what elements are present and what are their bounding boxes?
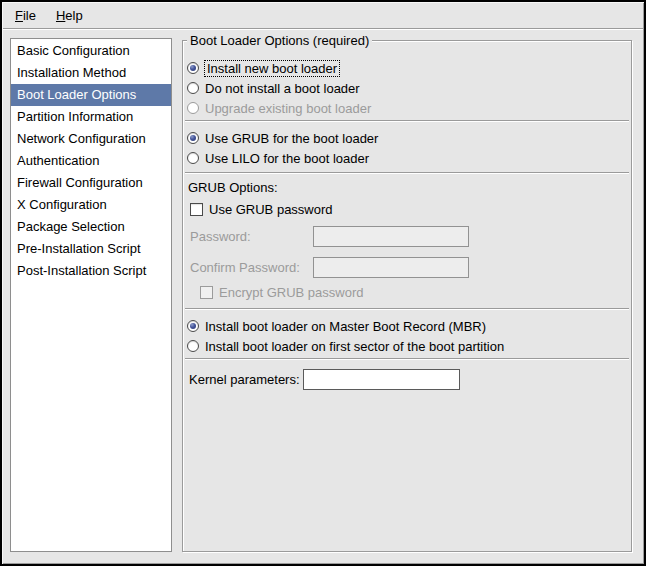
radio-install-on-first-sector[interactable]: Install boot loader on first sector of t… [187,336,625,356]
sidebar-item-authentication[interactable]: Authentication [11,150,171,172]
frame-title: Boot Loader Options (required) [187,33,372,48]
password-input[interactable] [313,226,469,247]
radio-label: Install boot loader on first sector of t… [205,339,504,354]
sidebar-item-firewall-configuration[interactable]: Firewall Configuration [11,172,171,194]
radio-label: Install new boot loader [205,61,339,76]
sidebar-item-installation-method[interactable]: Installation Method [11,62,171,84]
radio-button-icon[interactable] [187,132,199,144]
sidebar-item-post-installation-script[interactable]: Post-Installation Script [11,260,171,282]
radio-label: Upgrade existing boot loader [205,101,371,116]
radio-label: Use LILO for the boot loader [205,151,369,166]
radio-install-new-boot-loader[interactable]: Install new boot loader [187,58,625,78]
grub-options-heading-label: GRUB Options: [188,180,278,195]
boot-loader-options-frame: Boot Loader Options (required) Install n… [182,40,632,552]
checkbox-icon [200,286,213,299]
checkbox-use-grub-password[interactable]: Use GRUB password [190,199,625,219]
grub-options-heading: GRUB Options: [188,177,625,197]
kernel-parameters-input[interactable] [303,369,460,390]
radio-button-icon[interactable] [187,152,199,164]
sidebar-item-partition-information[interactable]: Partition Information [11,106,171,128]
radio-use-lilo[interactable]: Use LILO for the boot loader [187,148,625,168]
kickstart-configurator-window: File Help Basic Configuration Installati… [0,0,646,566]
radio-install-on-mbr[interactable]: Install boot loader on Master Boot Recor… [187,316,625,336]
radio-upgrade-existing-boot-loader: Upgrade existing boot loader [187,98,625,118]
checkbox-label: Encrypt GRUB password [219,285,364,300]
menu-help[interactable]: Help [46,5,93,26]
separator [185,308,629,310]
radio-label: Use GRUB for the boot loader [205,131,378,146]
sidebar-item-pre-installation-script[interactable]: Pre-Installation Script [11,238,171,260]
kernel-parameters-label: Kernel parameters: [189,369,300,390]
radio-button-icon[interactable] [187,320,199,332]
menu-file[interactable]: File [5,5,46,26]
radio-button-icon[interactable] [187,62,199,74]
radio-use-grub[interactable]: Use GRUB for the boot loader [187,128,625,148]
radio-label: Install boot loader on Master Boot Recor… [205,319,486,334]
sidebar-item-basic-configuration[interactable]: Basic Configuration [11,40,171,62]
confirm-password-label: Confirm Password: [190,257,300,278]
checkbox-encrypt-grub-password: Encrypt GRUB password [200,282,625,302]
radio-button-icon[interactable] [187,340,199,352]
sidebar-item-boot-loader-options[interactable]: Boot Loader Options [11,84,171,106]
separator [185,172,629,174]
radio-label: Do not install a boot loader [205,81,360,96]
menubar: File Help [3,3,643,29]
radio-do-not-install-boot-loader[interactable]: Do not install a boot loader [187,78,625,98]
category-list: Basic Configuration Installation Method … [10,38,172,552]
separator [185,358,629,360]
separator [185,120,629,122]
password-label: Password: [190,226,251,247]
confirm-password-input[interactable] [313,257,469,278]
sidebar-item-x-configuration[interactable]: X Configuration [11,194,171,216]
sidebar-item-network-configuration[interactable]: Network Configuration [11,128,171,150]
radio-button-icon [187,102,199,114]
sidebar-item-package-selection[interactable]: Package Selection [11,216,171,238]
checkbox-icon[interactable] [190,203,203,216]
radio-button-icon[interactable] [187,82,199,94]
checkbox-label: Use GRUB password [209,202,333,217]
